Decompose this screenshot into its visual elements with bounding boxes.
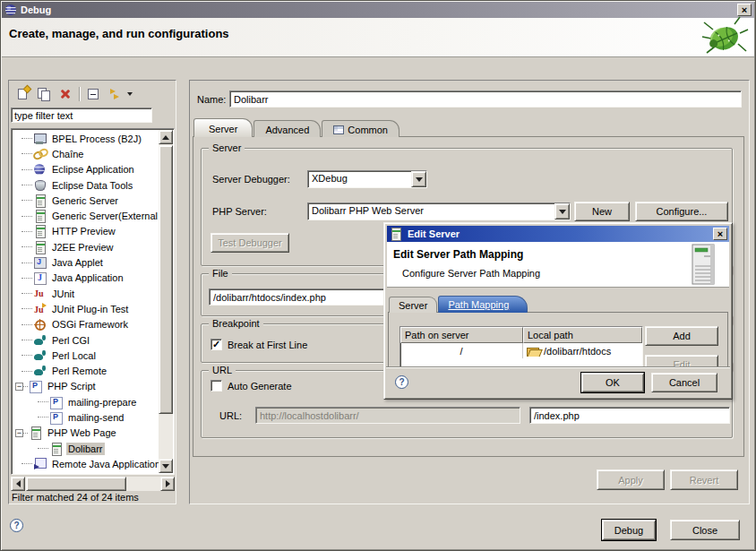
revert-button: Revert <box>670 469 738 490</box>
server-debugger-label: Server Debugger: <box>212 174 290 185</box>
path-mapping-table: Path on server Local path / /dolibarr/ht… <box>399 326 643 369</box>
configurations-tree: BPEL Process (B2J) Chaîne Eclipse Applic… <box>11 128 175 475</box>
filter-menu-chevron-icon[interactable] <box>127 92 133 96</box>
tree-toolbar <box>12 83 133 105</box>
tree-item-j2ee-preview[interactable]: J2EE Preview <box>13 239 159 254</box>
delete-icon[interactable] <box>55 84 76 104</box>
window-title: Debug <box>21 4 737 15</box>
tree-item-junit[interactable]: JUnit <box>13 286 159 301</box>
close-icon[interactable]: × <box>713 228 727 240</box>
tree-item-java-applet[interactable]: Java Applet <box>13 254 159 270</box>
php-icon <box>49 396 64 409</box>
help-icon[interactable]: ? <box>10 519 23 532</box>
php-server-label: PHP Server: <box>212 206 267 217</box>
tree-item-chaine[interactable]: Chaîne <box>13 146 159 161</box>
tree-item-perl-local[interactable]: Perl Local <box>13 348 159 363</box>
tab-common[interactable]: Common <box>322 120 399 137</box>
file-group-title: File <box>209 268 232 280</box>
chevron-down-icon[interactable] <box>554 203 570 220</box>
tree-item-perl-cgi[interactable]: Perl CGI <box>13 332 159 348</box>
chevron-down-icon[interactable] <box>411 171 426 187</box>
tree-item-eclipse-application[interactable]: Eclipse Application <box>13 162 159 177</box>
auto-generate-checkbox[interactable]: Auto Generate <box>210 380 292 392</box>
scroll-left-icon[interactable] <box>11 477 25 491</box>
new-server-button[interactable]: New <box>574 202 630 221</box>
folder-icon <box>527 346 540 356</box>
dialog-heading: Create, manage, and run configurations <box>9 27 229 40</box>
duplicate-icon[interactable] <box>33 84 55 104</box>
tree-item-java-application[interactable]: Java Application <box>13 271 159 286</box>
junit-icon <box>33 288 47 300</box>
server-icon <box>29 426 43 439</box>
cancel-button[interactable]: Cancel <box>651 373 717 392</box>
server-debugger-select[interactable]: XDebug <box>307 170 427 188</box>
checkbox-checked-icon[interactable]: ✓ <box>210 339 222 350</box>
column-header-local-path[interactable]: Local path <box>523 327 642 343</box>
server-tower-icon <box>690 244 718 286</box>
tree-item-generic-server-external[interactable]: Generic Server(External La <box>13 208 159 223</box>
edit-server-tabs: Server Path Mapping <box>389 295 528 313</box>
php-server-select[interactable]: Dolibarr PHP Web Server <box>307 202 571 220</box>
checkbox-unchecked-icon[interactable] <box>210 380 222 392</box>
filter-input[interactable] <box>11 108 152 123</box>
osgi-framework-icon <box>33 318 47 331</box>
collapse-expander-icon[interactable]: − <box>15 429 23 437</box>
tree-item-remote-java-application[interactable]: Remote Java Application <box>13 456 159 471</box>
close-icon[interactable]: × <box>737 4 752 16</box>
horizontal-scroll-thumb[interactable] <box>26 477 126 491</box>
debug-window: Debug × Create, manage, and run configur… <box>0 0 756 551</box>
remote-java-icon <box>33 458 47 470</box>
tree-item-php-web-page[interactable]: −PHP Web Page <box>13 426 159 441</box>
scroll-down-icon[interactable] <box>159 459 173 473</box>
scroll-right-icon[interactable] <box>160 477 175 491</box>
url-path-input[interactable] <box>529 407 730 424</box>
tree-item-perl-remote[interactable]: Perl Remote <box>13 363 159 378</box>
name-input[interactable] <box>229 90 742 108</box>
tree-item-bpel-process[interactable]: BPEL Process (B2J) <box>13 131 159 146</box>
tree-item-dolibarr[interactable]: Dolibarr <box>13 441 159 456</box>
tree-item-mailing-prepare[interactable]: mailing-prepare <box>13 394 159 409</box>
collapse-all-icon[interactable] <box>82 84 104 104</box>
apply-button: Apply <box>597 469 665 490</box>
perl-icon <box>33 334 47 347</box>
table-row[interactable]: / /dolibarr/htdocs <box>400 343 642 358</box>
bpel-process-icon <box>33 133 47 145</box>
tab-path-mapping[interactable]: Path Mapping <box>438 296 528 313</box>
column-header-path-on-server[interactable]: Path on server <box>400 327 523 343</box>
dialog-banner: Create, manage, and run configurations <box>2 18 754 57</box>
help-icon[interactable]: ? <box>395 375 408 389</box>
tree-item-osgi-framework[interactable]: OSGi Framework <box>13 317 159 332</box>
ok-button[interactable]: OK <box>581 373 644 392</box>
new-config-icon[interactable] <box>12 84 33 104</box>
tree-item-junit-plugin-test[interactable]: JUnit Plug-in Test <box>13 301 159 316</box>
tree-item-generic-server[interactable]: Generic Server <box>13 193 159 208</box>
local-path-cell: /dolibarr/htdocs <box>523 346 642 357</box>
java-application-icon <box>33 271 47 284</box>
tab-advanced[interactable]: Advanced <box>253 120 321 137</box>
tree-horizontal-scrollbar[interactable] <box>11 477 175 491</box>
tree-item-php-script[interactable]: −PHP Script <box>13 379 159 394</box>
tab-server[interactable]: Server <box>389 297 437 313</box>
tree-item-http-preview[interactable]: HTTP Preview <box>13 224 159 239</box>
config-tabs: Server Advanced Common <box>193 118 400 137</box>
tree-item-eclipse-data-tools[interactable]: Eclipse Data Tools <box>13 177 159 193</box>
configurations-panel: BPEL Process (B2J) Chaîne Eclipse Applic… <box>8 80 176 504</box>
collapse-expander-icon[interactable]: − <box>15 383 23 391</box>
tree-vertical-scrollbar[interactable] <box>159 130 173 473</box>
close-button[interactable]: Close <box>670 520 740 540</box>
filter-icon[interactable] <box>104 84 125 104</box>
add-mapping-button[interactable]: Add <box>645 326 718 346</box>
common-tab-icon <box>333 125 344 134</box>
server-group-title: Server <box>209 142 245 154</box>
vertical-scroll-thumb[interactable] <box>159 145 173 414</box>
perl-icon <box>33 365 47 377</box>
tab-server[interactable]: Server <box>193 118 253 137</box>
scroll-up-icon[interactable] <box>159 130 173 144</box>
server-icon <box>33 194 47 207</box>
server-icon <box>33 225 47 237</box>
break-at-first-line-checkbox[interactable]: ✓ Break at First Line <box>210 339 307 350</box>
debug-button[interactable]: Debug <box>602 520 656 540</box>
edit-server-header: Edit Server Path Mapping Configure Serve… <box>387 242 729 288</box>
tree-item-mailing-send[interactable]: mailing-send <box>13 409 159 425</box>
configure-server-button[interactable]: Configure... <box>635 202 728 221</box>
